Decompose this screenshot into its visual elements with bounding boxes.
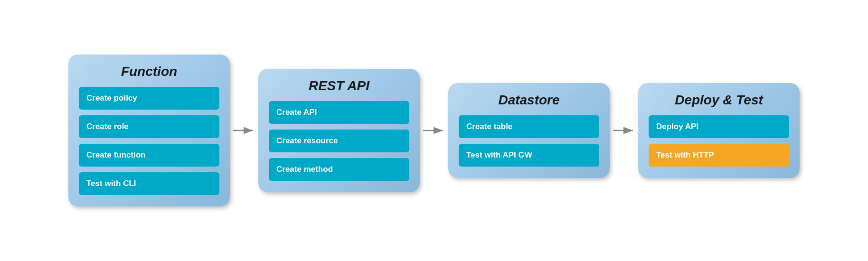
create-function-button[interactable]: Create function (79, 144, 219, 167)
diagram: Function Create policy Create role Creat… (49, 45, 819, 216)
deploy-api-button[interactable]: Deploy API (649, 115, 789, 138)
create-api-button[interactable]: Create API (269, 101, 409, 124)
create-role-button[interactable]: Create role (79, 115, 219, 138)
panel-function-title: Function (79, 64, 219, 79)
arrow-1 (230, 121, 258, 140)
arrow-2 (420, 121, 448, 140)
panel-datastore-items: Create table Test with API GW (459, 115, 599, 167)
create-method-button[interactable]: Create method (269, 158, 409, 181)
create-table-button[interactable]: Create table (459, 115, 599, 138)
panel-rest-api-items: Create API Create resource Create method (269, 101, 409, 181)
panel-function: Function Create policy Create role Creat… (68, 55, 230, 206)
test-with-api-gw-button[interactable]: Test with API GW (459, 144, 599, 167)
panel-deploy-test: Deploy & Test Deploy API Test with HTTP (638, 83, 800, 178)
arrow-3 (610, 121, 638, 140)
panel-rest-api-title: REST API (269, 78, 409, 93)
test-with-http-button[interactable]: Test with HTTP (649, 144, 789, 167)
test-with-cli-button[interactable]: Test with CLI (79, 172, 219, 195)
panel-deploy-test-items: Deploy API Test with HTTP (649, 115, 789, 167)
create-policy-button[interactable]: Create policy (79, 87, 219, 110)
create-resource-button[interactable]: Create resource (269, 130, 409, 152)
panel-datastore-title: Datastore (459, 93, 599, 108)
panel-function-items: Create policy Create role Create functio… (79, 87, 219, 195)
panel-deploy-test-title: Deploy & Test (649, 93, 789, 108)
panel-rest-api: REST API Create API Create resource Crea… (258, 69, 420, 192)
panel-datastore: Datastore Create table Test with API GW (448, 83, 610, 178)
